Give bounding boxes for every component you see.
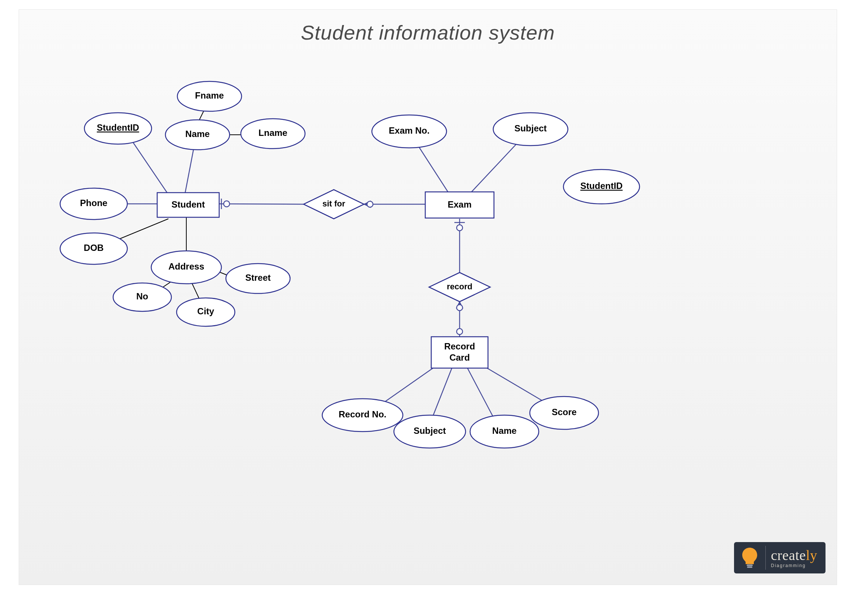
attr-student-name-label: Name: [185, 129, 210, 139]
attr-exam-examno-label: Exam No.: [389, 126, 429, 135]
er-diagram-svg: Student StudentID Phone DOB Name Fname L…: [19, 10, 837, 585]
attr-student-fname-label: Fname: [195, 90, 224, 100]
attr-exam-subject-label: Subject: [515, 123, 547, 133]
edge-sitfor-exam: [364, 201, 425, 207]
attr-rc-recordno-label: Record No.: [339, 409, 386, 419]
svg-line-0: [219, 204, 303, 204]
edge-student-sitfor: [219, 199, 303, 209]
relationship-sitfor-label: sit for: [322, 199, 345, 208]
attr-rc-score-label: Score: [552, 407, 577, 417]
attr-student-studentid-label: StudentID: [97, 123, 139, 133]
edge-record-recordcard: [457, 302, 463, 337]
watermark-brand-a: create: [771, 547, 806, 563]
attr-student-address-label: Address: [169, 261, 204, 271]
attr-address-city-label: City: [197, 306, 214, 316]
svg-point-9: [457, 305, 463, 311]
attr-student-lname-label: Lname: [258, 128, 287, 138]
attr-address-no-label: No: [136, 291, 148, 301]
watermark-brand-b: ly: [806, 547, 817, 563]
attr-student-phone-label: Phone: [80, 198, 107, 208]
svg-rect-12: [747, 566, 752, 568]
attr-student-dob-label: DOB: [84, 243, 103, 253]
watermark-tagline: Diagramming: [771, 563, 817, 568]
lightbulb-icon: [734, 542, 765, 573]
entity-exam-label: Exam: [447, 199, 472, 210]
attr-rc-name-label: Name: [492, 426, 516, 436]
svg-point-2: [224, 201, 230, 207]
diagram-canvas: Student information system: [19, 9, 837, 585]
watermark-text: creately Diagramming: [766, 542, 826, 573]
page: Student information system: [0, 0, 855, 616]
edge-exam-record: [454, 219, 465, 273]
attr-exam-studentid-label: StudentID: [580, 181, 622, 191]
relationship-record-label: record: [447, 282, 472, 291]
creately-watermark: creately Diagramming: [734, 542, 826, 573]
entity-recordcard-label1: Record: [444, 341, 475, 351]
attr-rc-subject-label: Subject: [414, 426, 446, 436]
watermark-brand: creately: [771, 548, 817, 562]
edge-rcname-recordcard: [467, 367, 497, 424]
svg-rect-11: [747, 564, 753, 566]
svg-point-10: [457, 328, 463, 334]
entity-recordcard-label2: Card: [449, 352, 470, 363]
edge-name-student: [185, 144, 195, 193]
attr-address-street-label: Street: [245, 273, 271, 283]
svg-point-4: [367, 201, 373, 207]
svg-point-7: [457, 225, 463, 231]
entity-student-label: Student: [172, 199, 205, 210]
